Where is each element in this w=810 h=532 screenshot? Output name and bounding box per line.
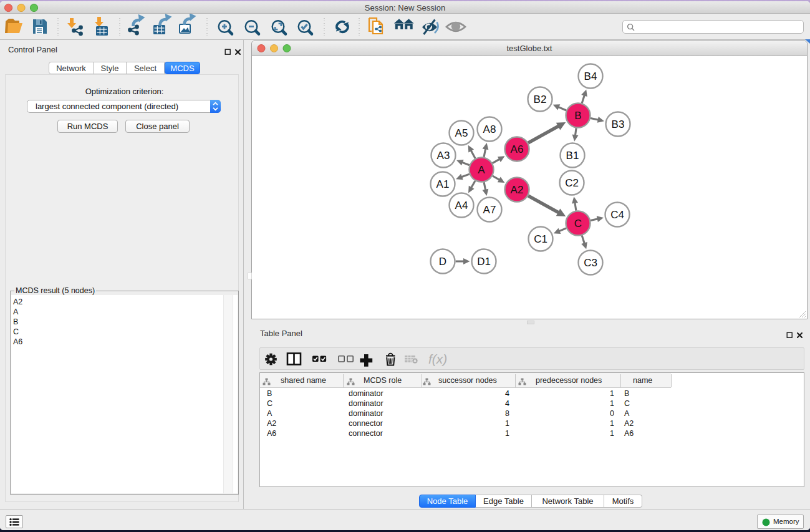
svg-text:C4: C4 [610, 209, 624, 221]
svg-text:A5: A5 [455, 127, 468, 139]
svg-text:A: A [478, 164, 485, 176]
svg-text:C1: C1 [534, 233, 547, 245]
svg-text:B3: B3 [612, 118, 625, 130]
svg-text:D1: D1 [477, 256, 491, 268]
svg-text:A6: A6 [511, 143, 524, 155]
svg-text:C3: C3 [584, 257, 597, 269]
svg-text:B1: B1 [566, 150, 579, 162]
svg-text:C2: C2 [565, 177, 579, 189]
svg-text:A7: A7 [483, 204, 496, 216]
svg-text:A4: A4 [455, 200, 468, 211]
svg-text:B2: B2 [534, 94, 547, 105]
svg-text:C: C [574, 218, 582, 230]
svg-text:A2: A2 [511, 184, 524, 196]
svg-text:A3: A3 [437, 150, 450, 162]
svg-text:A8: A8 [483, 123, 496, 135]
svg-text:D: D [439, 256, 446, 268]
svg-text:A1: A1 [436, 178, 450, 190]
svg-text:B4: B4 [584, 70, 597, 82]
svg-text:f(x): f(x) [428, 352, 447, 366]
svg-text:B: B [574, 110, 581, 122]
